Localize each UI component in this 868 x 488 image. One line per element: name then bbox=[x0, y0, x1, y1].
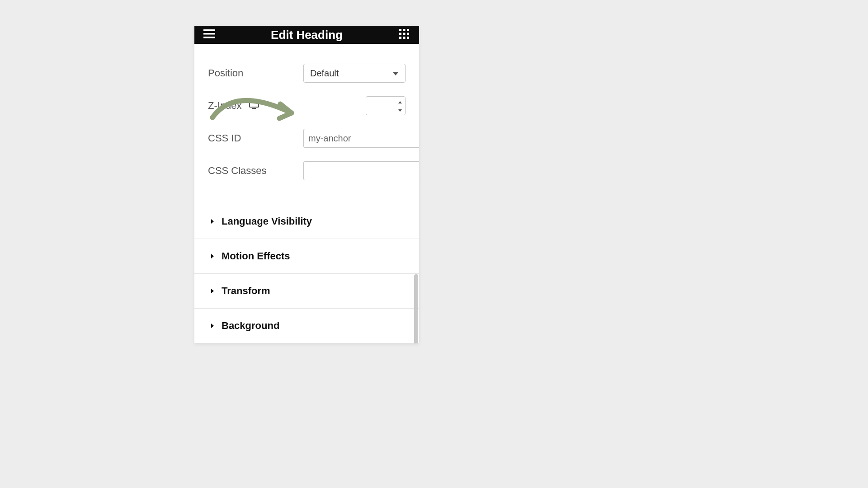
scrollbar-thumb[interactable] bbox=[414, 274, 418, 343]
svg-rect-7 bbox=[403, 33, 406, 35]
svg-rect-10 bbox=[403, 37, 406, 39]
hamburger-icon bbox=[203, 29, 215, 40]
position-select[interactable]: Default bbox=[303, 64, 406, 83]
svg-rect-13 bbox=[252, 108, 256, 109]
section-title: Background bbox=[222, 320, 279, 332]
form-area: Position Default Z-Index bbox=[194, 44, 419, 194]
grid-icon bbox=[399, 29, 409, 41]
svg-rect-2 bbox=[203, 37, 215, 38]
svg-rect-8 bbox=[407, 33, 409, 35]
svg-rect-1 bbox=[203, 33, 215, 35]
accordion-sections: Language Visibility Motion Effects Trans… bbox=[194, 204, 419, 343]
cssid-label: CSS ID bbox=[208, 132, 241, 144]
stepper-down-icon[interactable] bbox=[398, 106, 402, 114]
svg-rect-4 bbox=[403, 29, 406, 31]
caret-right-icon bbox=[211, 219, 214, 224]
svg-rect-0 bbox=[203, 29, 215, 31]
panel-header: Edit Heading bbox=[194, 26, 419, 44]
caret-right-icon bbox=[211, 288, 214, 294]
position-row: Position Default bbox=[208, 64, 406, 83]
position-label: Position bbox=[208, 67, 243, 79]
panel-title: Edit Heading bbox=[271, 28, 343, 42]
widgets-button[interactable] bbox=[397, 28, 411, 42]
svg-rect-6 bbox=[399, 33, 401, 35]
svg-rect-9 bbox=[399, 37, 401, 39]
svg-rect-3 bbox=[399, 29, 401, 31]
zindex-label: Z-Index bbox=[208, 100, 242, 112]
section-background[interactable]: Background bbox=[194, 309, 419, 343]
cssid-input[interactable] bbox=[303, 129, 419, 148]
stepper-up-icon[interactable] bbox=[398, 98, 402, 106]
section-motion-effects[interactable]: Motion Effects bbox=[194, 239, 419, 274]
caret-right-icon bbox=[211, 323, 214, 328]
cssid-row: CSS ID bbox=[208, 129, 406, 148]
position-select-value: Default bbox=[310, 68, 339, 79]
svg-rect-12 bbox=[250, 101, 259, 107]
section-title: Transform bbox=[222, 285, 270, 297]
menu-button[interactable] bbox=[203, 28, 216, 42]
zindex-input[interactable] bbox=[366, 96, 406, 115]
section-title: Language Visibility bbox=[222, 216, 312, 227]
section-title: Motion Effects bbox=[222, 250, 290, 262]
editor-panel: Edit Heading Position Default bbox=[194, 26, 419, 343]
cssclasses-label: CSS Classes bbox=[208, 165, 267, 177]
desktop-icon[interactable] bbox=[249, 101, 259, 111]
cssclasses-input[interactable] bbox=[303, 161, 419, 180]
zindex-row: Z-Index bbox=[208, 96, 406, 115]
cssclasses-row: CSS Classes bbox=[208, 161, 406, 180]
section-language-visibility[interactable]: Language Visibility bbox=[194, 204, 419, 239]
svg-rect-11 bbox=[407, 37, 409, 39]
section-transform[interactable]: Transform bbox=[194, 274, 419, 309]
caret-down-icon bbox=[392, 68, 399, 79]
svg-rect-5 bbox=[407, 29, 409, 31]
caret-right-icon bbox=[211, 253, 214, 259]
